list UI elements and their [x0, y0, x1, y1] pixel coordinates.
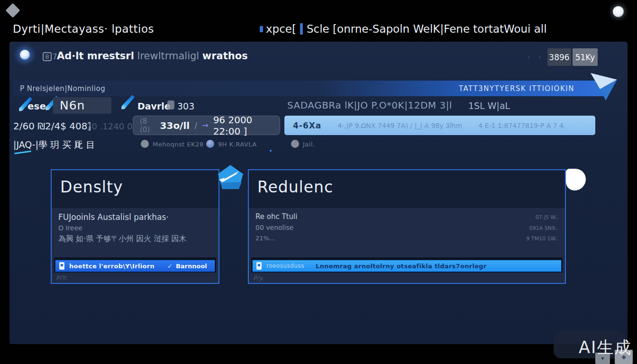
card-density-selection-strip: hoettce l'errob\Y\Irliorn ✓ Barnnool: [54, 257, 216, 273]
window-title-post: Scle [onrne-Sapoln WelK|Fene tortatWoui …: [307, 23, 547, 35]
card-redundancy-value-1: 07.|5 W..: [536, 214, 558, 220]
name-field-value: N6n: [60, 99, 85, 112]
badge-icon: B 7: [43, 52, 57, 61]
attachment-icon: [167, 100, 174, 109]
name-field-label: ese: [27, 100, 46, 112]
radio-option-2[interactable]: [206, 140, 214, 148]
card-redundancy-value-2: 091A SN9..: [529, 225, 558, 231]
card-redundancy-footer: P/y.: [249, 273, 565, 283]
size-button[interactable]: 51Ky: [573, 48, 598, 66]
radio-option-1-label: Mehoqnst EK28: [153, 141, 204, 148]
time-box-suffix: 96 2000 22:00 ]: [213, 114, 273, 137]
search-input-hint-2: 4 E-1 1:87477819-P A 7 4.: [478, 122, 565, 129]
radio-option-1[interactable]: [141, 140, 149, 148]
status-light-icon: [613, 6, 624, 17]
range-value: 2/60 ₪2/4$ 408]: [13, 120, 91, 132]
app-title: Dyrti|Mectayass· lpattios: [13, 23, 154, 35]
radio-option-3-label: Jail.: [303, 141, 315, 148]
card-density-selected-row[interactable]: hoettce l'errob\Y\Irliorn ✓ Barnnool: [55, 260, 215, 272]
unit-text: 1SL W|aL: [468, 100, 510, 111]
faint-value: 70 .1240 0: [86, 121, 132, 131]
selected-row-faint-label: roeosusduss: [266, 263, 304, 269]
card-redundancy-body: Re ohc Ttuli 07.|5 W.. 00 venolise 091A …: [249, 208, 565, 257]
edit-pencil-icon[interactable]: [120, 94, 135, 110]
card-redundancy-line-3: 21%...: [255, 235, 275, 242]
screen: Dyrti|Mectayass· lpattios xpce[ Scle [on…: [0, 0, 637, 364]
page-title-bold: Ad·lt mrestsrl: [57, 50, 134, 62]
card-density-line-1: FUJooinls Austalisl parkhas·: [58, 212, 169, 222]
text-cursor-icon: [300, 23, 303, 35]
check-icon: ✓: [167, 263, 173, 270]
zoom-button[interactable]: 3896: [547, 48, 571, 66]
card-redundancy-title: Redulenc: [257, 178, 556, 196]
card-density-body: FUJooinls Austalisl parkhas· O Ireee 為興 …: [52, 208, 218, 257]
file-icon: [256, 262, 262, 270]
shield-badge-icon: [217, 164, 245, 191]
cursor-arrow-icon: [590, 71, 619, 101]
time-range-input[interactable]: (8 (0) 33o/ll / → 96 2000 22:00 ]: [133, 116, 280, 135]
selected-row-badge: ✓ Barnnool: [167, 263, 207, 270]
arrow-right-icon: →: [202, 121, 208, 130]
card-density: Denslty FUJooinls Austalisl parkhas· O I…: [51, 169, 219, 284]
type-field-value: 303: [177, 101, 194, 111]
card-density-line-3: 為興 如·県 予够〒⼩州 因⽕ 㳡採 因⽊: [58, 234, 187, 244]
ai-watermark: AI生成: [579, 337, 632, 359]
badge-letter: B: [43, 52, 52, 61]
search-input[interactable]: 4-6Xa 4-,|P 9.ΩNX 7449 7A) / |_| A 98y 3…: [284, 116, 595, 135]
options-label: |JAQ-|學 玥 买 厑 目: [13, 139, 95, 151]
card-redundancy: Redulenc Re ohc Ttuli 07.|5 W.. 00 venol…: [248, 169, 566, 284]
name-field[interactable]: N6n: [53, 97, 111, 114]
app-logo-diamond-icon: [5, 3, 20, 18]
card-redundancy-value-3: 9 TM10 1W..: [526, 236, 558, 242]
banner-right-label: TATT3NYTYERSK ITTIOIOKIN: [459, 84, 574, 93]
type-field-label: Davrle: [137, 101, 171, 111]
page-title: Ad·lt mrestsrl lrewltrmaligl wrathos: [57, 50, 248, 62]
page-title-light: lrewltrmaligl: [137, 50, 200, 62]
time-box-value: 33o/ll: [160, 120, 190, 131]
card-redundancy-line-1: Re ohc Ttuli: [255, 212, 297, 221]
badge-text: Barnnool: [176, 263, 207, 270]
page-title-bold-2: wrathos: [202, 50, 248, 62]
file-icon: [59, 262, 64, 270]
card-redundancy-line-2: 00 venolise: [255, 224, 293, 231]
card-redundancy-selection-strip: roeosusduss Lnnemrag arnoltolrny otseafi…: [251, 257, 563, 273]
search-input-value: 4-6Xa: [293, 121, 321, 130]
blue-marker-icon: [260, 26, 263, 32]
blue-dot-icon: [270, 150, 272, 152]
selected-row-label: hoettce l'errob\Y\Irliorn: [69, 263, 155, 270]
radio-option-2-label: 9H K.RAVLA: [218, 141, 257, 148]
code-text: SADAGBRa lK|JO P.O*0K|12DM 3|l: [287, 100, 452, 111]
card-density-footer: P/Y:.: [52, 273, 218, 283]
radio-option-3[interactable]: [291, 140, 299, 148]
section-banner: P Nrelsjelen|Nominliog TATT3NYTYERSK ITT…: [13, 81, 604, 96]
time-box-separator: /: [194, 120, 197, 130]
card-density-title: Denslty: [60, 178, 210, 196]
selected-row-label: Lnnemrag arnoltolrny otseafikla tldars7o…: [316, 263, 487, 270]
window-title: xpce[ Scle [onrne-Sapoln WelK|Fene torta…: [260, 23, 547, 35]
card-redundancy-selected-row[interactable]: roeosusduss Lnnemrag arnoltolrny otseafi…: [252, 260, 562, 272]
banner-left-label: P Nrelsjelen|Nominliog: [20, 84, 105, 93]
card-density-line-2: O Ireee: [58, 224, 82, 232]
card-density-header: Denslty: [52, 170, 218, 208]
window-title-pre: xpce[: [266, 23, 296, 35]
record-indicator-icon: [20, 50, 30, 60]
time-box-prefix: (8 (0): [140, 117, 155, 134]
search-input-hint: 4-,|P 9.ΩNX 7449 7A) / |_| A 98y 3lhm: [337, 122, 462, 129]
card-redundancy-header: Redulenc: [249, 170, 565, 208]
